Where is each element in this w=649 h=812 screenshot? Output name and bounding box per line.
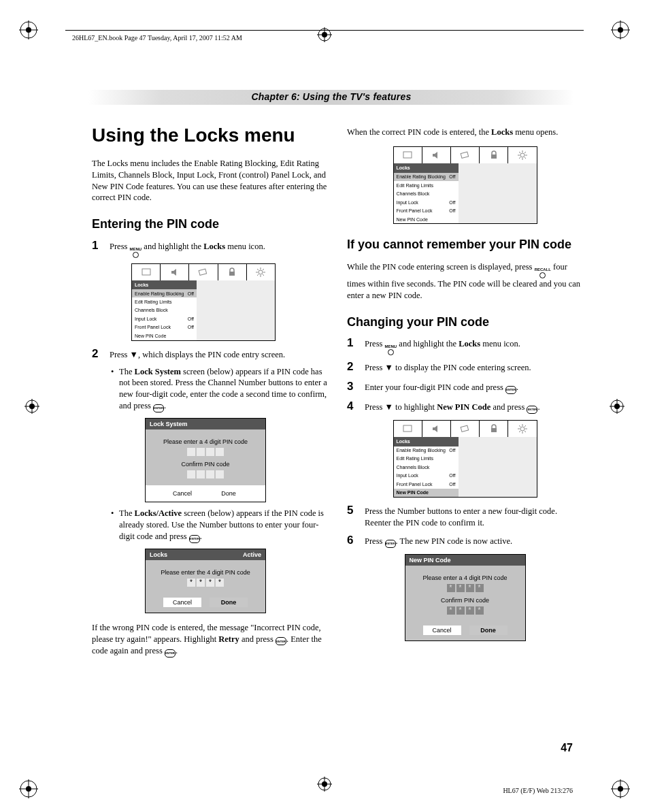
- svg-line-64: [519, 425, 520, 427]
- menu-title: Locks: [394, 163, 459, 172]
- svg-point-47: [520, 153, 525, 157]
- done-button: Done: [210, 489, 248, 498]
- step-number: 3: [347, 379, 365, 395]
- t: and highlight the: [397, 339, 459, 348]
- enter-button-icon: ENTER: [385, 540, 396, 548]
- bullet-text: The Lock System screen (below) appears i…: [119, 366, 328, 412]
- v: Off: [188, 316, 194, 322]
- step-text: Press the Number buttons to enter a new …: [365, 506, 583, 529]
- t: Locks: [203, 242, 225, 251]
- svg-rect-45: [461, 152, 468, 158]
- dialog-status: Active: [243, 551, 261, 559]
- t: Press: [110, 242, 130, 251]
- step-number: 5: [347, 503, 365, 519]
- svg-rect-58: [491, 428, 497, 432]
- tab-settings-icon: [247, 264, 275, 280]
- t: Retry: [218, 634, 239, 644]
- locks-menu-list: Locks Enable Rating BlockingOff Edit Rat…: [394, 163, 459, 223]
- tab-setup-icon: [451, 147, 480, 163]
- bullet-dot: •: [111, 508, 119, 542]
- pin-entry-fields: ****: [151, 579, 260, 587]
- locks-menu-screenshot-1: Locks Enable Rating BlockingOff Edit Rat…: [131, 263, 276, 341]
- step-number: 2: [347, 359, 365, 375]
- subhead-forgot-pin: If you cannot remember your PIN code: [347, 236, 583, 253]
- step-1: 1 Press MENU and highlight the Locks men…: [92, 238, 328, 258]
- cstep-4: 4 Press ▼ to highlight New PIN Code and …: [347, 399, 583, 415]
- tab-lock-icon: [480, 421, 508, 437]
- v: Off: [449, 174, 455, 180]
- t: When the correct PIN code is entered, th…: [347, 127, 491, 137]
- menu-button-icon: MENU: [130, 247, 142, 258]
- pin-entry-fields: ****: [411, 584, 520, 592]
- tab-settings-icon: [508, 147, 536, 163]
- dialog-text: Please enter a 4 digit PIN code: [411, 574, 520, 582]
- tab-audio-icon: [422, 147, 451, 163]
- step-text: Press ENTER. The new PIN code is now act…: [365, 536, 583, 548]
- crop-mark-bl: [19, 779, 38, 798]
- crop-mark-tr: [611, 20, 630, 39]
- enter-button-icon: ENTER: [153, 404, 164, 412]
- forgot-para: While the PIN code entering screen is di…: [347, 261, 583, 302]
- svg-line-42: [257, 274, 259, 276]
- t: Locks/Active: [135, 508, 182, 518]
- t: The: [119, 367, 135, 376]
- tab-picture-icon: [132, 264, 161, 280]
- recall-button-icon: RECALL: [535, 267, 551, 278]
- page: 26HL67_EN.book Page 47 Tuesday, April 17…: [0, 0, 649, 812]
- r: New PIN Code: [397, 216, 428, 223]
- tab-lock-icon: [480, 147, 508, 163]
- v: Off: [449, 472, 455, 478]
- locks-menu-list: Locks Enable Rating BlockingOff Edit Rat…: [132, 280, 197, 340]
- menu-title: Locks: [132, 280, 197, 289]
- tab-picture-icon: [394, 147, 422, 163]
- dialog-text: Please enter a 4 digit PIN code: [151, 438, 260, 446]
- r: Front Panel Lock: [397, 481, 433, 487]
- t: The: [119, 508, 135, 518]
- intro-para: The Locks menu includes the Enable Ratin…: [92, 158, 328, 204]
- step-number: 4: [347, 399, 365, 415]
- enter-button-icon: ENTER: [505, 386, 516, 394]
- r: Channels Block: [397, 464, 430, 470]
- menu-preview: [197, 280, 275, 340]
- svg-line-41: [263, 274, 264, 276]
- t: Lock System: [135, 367, 181, 376]
- subhead-entering-pin: Entering the PIN code: [92, 216, 328, 232]
- left-column: Using the Locks menu The Locks menu incl…: [92, 123, 328, 666]
- v: Off: [449, 447, 455, 453]
- t: Press: [365, 536, 385, 546]
- r: Front Panel Lock: [397, 208, 433, 214]
- tab-picture-icon: [394, 421, 422, 437]
- dialog-text: Confirm PIN code: [411, 596, 520, 604]
- tab-settings-icon: [508, 421, 536, 437]
- t: New PIN Code: [437, 402, 490, 412]
- cstep-6: 6 Press ENTER. The new PIN code is now a…: [347, 533, 583, 549]
- step-text: Press ▼, which displays the PIN code ent…: [110, 349, 328, 361]
- svg-line-43: [263, 269, 264, 270]
- t: Locks: [459, 339, 480, 348]
- svg-line-53: [525, 157, 526, 159]
- step-text: Enter your four-digit PIN code and press…: [365, 382, 583, 394]
- r: Enable Rating Blocking: [135, 291, 184, 297]
- r: Edit Rating Limits: [397, 182, 433, 189]
- svg-rect-33: [199, 269, 206, 275]
- lock-system-dialog: Lock System Please enter a 4 digit PIN c…: [145, 418, 266, 503]
- menu-preview: [459, 437, 537, 497]
- svg-point-59: [520, 427, 525, 431]
- svg-point-35: [259, 270, 263, 274]
- tab-lock-icon: [218, 264, 247, 280]
- step-number: 1: [347, 336, 365, 351]
- crop-mark-tl: [19, 20, 38, 39]
- menu-preview: [459, 163, 537, 223]
- t: . The new PIN code is now active.: [396, 536, 513, 546]
- r: Enable Rating Blocking: [397, 174, 446, 180]
- svg-rect-32: [142, 269, 150, 275]
- step-2: 2 Press ▼, which displays the PIN code e…: [92, 346, 328, 362]
- wrong-pin-para: If the wrong PIN code is entered, the me…: [92, 622, 328, 657]
- step-number: 6: [347, 533, 365, 549]
- svg-line-54: [519, 157, 520, 159]
- pin-confirm-fields: [151, 470, 260, 478]
- enter-button-icon: ENTER: [189, 535, 200, 543]
- locks-menu-screenshot-3: Locks Enable Rating BlockingOff Edit Rat…: [393, 420, 537, 498]
- step-text: Press ▼ to highlight New PIN Code and pr…: [365, 402, 583, 414]
- step-text: Press MENU and highlight the Locks menu …: [365, 338, 583, 355]
